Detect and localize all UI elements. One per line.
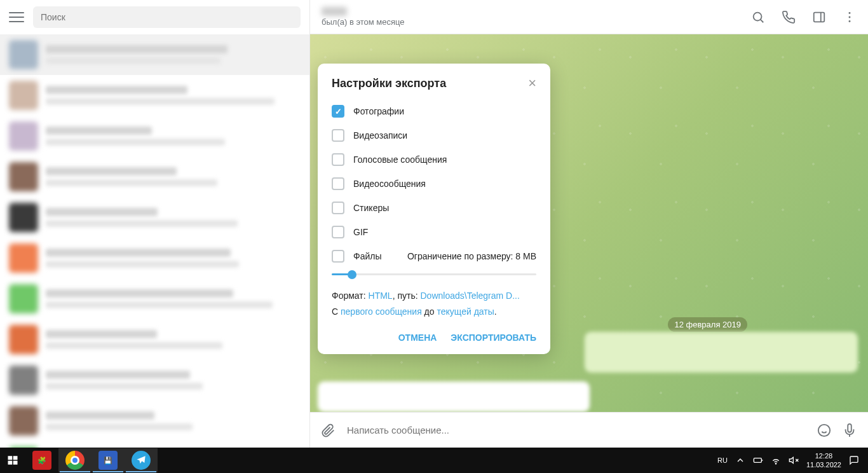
tray-volume-icon[interactable] xyxy=(789,455,799,465)
main-panel: был(а) в этом месяце 12 февраля 2019 Нас… xyxy=(310,0,868,448)
call-icon[interactable] xyxy=(782,10,796,24)
taskbar: 🧩 💾 RU 12:28 11.03.2022 xyxy=(0,448,868,473)
taskbar-app-chrome[interactable] xyxy=(58,448,92,472)
chat-item[interactable] xyxy=(0,441,309,448)
avatar xyxy=(9,284,38,313)
avatar xyxy=(9,447,38,448)
chat-item[interactable] xyxy=(0,319,309,360)
checkbox-row[interactable]: ФайлыОграничение по размеру: 8 MB xyxy=(318,244,550,268)
checkbox-row[interactable]: Стикеры xyxy=(318,196,550,220)
svg-rect-13 xyxy=(8,461,13,465)
checkbox-label: Фотографии xyxy=(353,106,404,116)
message-incoming xyxy=(318,381,590,412)
svg-point-0 xyxy=(754,12,762,20)
start-button[interactable] xyxy=(0,448,25,473)
tray-wifi-icon[interactable] xyxy=(771,455,781,465)
checkbox-row[interactable]: Видеозаписи xyxy=(318,123,550,147)
svg-marker-18 xyxy=(789,457,793,463)
attach-icon[interactable] xyxy=(322,423,336,437)
avatar xyxy=(9,366,38,395)
cancel-button[interactable]: ОТМЕНА xyxy=(398,332,437,343)
search-input[interactable] xyxy=(33,6,301,28)
size-limit-label: Ограничение по размеру: 8 MB xyxy=(407,251,536,261)
tray-chevron-icon[interactable] xyxy=(735,455,745,465)
checkbox-row[interactable]: Голосовые сообщения xyxy=(318,147,550,172)
tray-clock[interactable]: 12:28 11.03.2022 xyxy=(806,451,841,470)
tray-notifications-icon[interactable] xyxy=(849,455,859,465)
svg-rect-15 xyxy=(754,458,761,463)
taskbar-app-1[interactable]: 🧩 xyxy=(25,448,58,472)
checkbox[interactable] xyxy=(332,129,344,142)
tray-language[interactable]: RU xyxy=(717,456,728,464)
export-info: Формат: HTML, путь: Downloads\Telegram D… xyxy=(318,284,550,324)
avatar xyxy=(9,203,38,232)
chat-item[interactable] xyxy=(0,197,309,238)
checkbox-label: Видеосообщения xyxy=(353,179,426,189)
chat-item[interactable] xyxy=(0,360,309,401)
emoji-icon[interactable] xyxy=(817,423,831,437)
svg-point-6 xyxy=(849,20,851,22)
export-button[interactable]: ЭКСПОРТИРОВАТЬ xyxy=(451,332,536,343)
checkbox[interactable] xyxy=(332,202,344,214)
checkbox[interactable] xyxy=(332,153,344,166)
checkbox-label: Голосовые сообщения xyxy=(353,154,447,165)
avatar xyxy=(9,162,38,191)
checkbox[interactable] xyxy=(332,177,344,190)
checkbox-row[interactable]: GIF xyxy=(318,220,550,244)
chat-item[interactable] xyxy=(0,278,309,319)
message-outgoing xyxy=(585,332,858,373)
avatar xyxy=(9,325,38,354)
svg-rect-14 xyxy=(13,461,18,465)
checkbox-label: Файлы xyxy=(353,251,381,261)
checkbox-label: Видеозаписи xyxy=(353,130,407,141)
to-date-link[interactable]: текущей даты xyxy=(437,306,494,317)
taskbar-app-telegram[interactable] xyxy=(125,448,158,472)
menu-icon[interactable] xyxy=(9,10,24,25)
size-slider[interactable] xyxy=(332,273,536,275)
svg-line-1 xyxy=(761,19,764,22)
message-input[interactable] xyxy=(347,425,806,435)
svg-rect-11 xyxy=(8,456,13,460)
chat-item[interactable] xyxy=(0,156,309,197)
svg-point-5 xyxy=(849,16,851,18)
avatar xyxy=(9,243,38,273)
svg-point-17 xyxy=(775,463,776,464)
svg-rect-2 xyxy=(814,12,825,22)
chat-item[interactable] xyxy=(0,238,309,278)
slider-thumb[interactable] xyxy=(348,270,356,279)
svg-point-7 xyxy=(818,424,830,435)
chat-header: был(а) в этом месяце xyxy=(310,0,868,34)
checkbox[interactable] xyxy=(332,105,344,118)
chat-item[interactable] xyxy=(0,116,309,156)
chat-area: 12 февраля 2019 Настройки экспорта × Фот… xyxy=(310,34,868,412)
chat-item[interactable] xyxy=(0,401,309,441)
svg-rect-12 xyxy=(13,456,18,460)
export-settings-dialog: Настройки экспорта × ФотографииВидеозапи… xyxy=(318,64,550,354)
checkbox-row[interactable]: Видеосообщения xyxy=(318,172,550,196)
dialog-title: Настройки экспорта xyxy=(332,77,446,90)
avatar xyxy=(9,81,38,110)
checkbox-label: Стикеры xyxy=(353,203,389,213)
checkbox-label: GIF xyxy=(353,227,368,237)
chat-name xyxy=(322,7,347,16)
more-icon[interactable] xyxy=(843,10,857,24)
date-badge: 12 февраля 2019 xyxy=(668,317,747,332)
tray-battery-icon[interactable] xyxy=(753,455,763,465)
sidepanel-icon[interactable] xyxy=(812,10,826,24)
checkbox-row[interactable]: Фотографии xyxy=(318,99,550,123)
chat-status: был(а) в этом месяце xyxy=(322,17,745,27)
chat-list xyxy=(0,34,309,448)
checkbox[interactable] xyxy=(332,250,344,263)
chat-item[interactable] xyxy=(0,75,309,116)
chat-item[interactable] xyxy=(0,34,309,75)
format-link[interactable]: HTML xyxy=(369,291,393,301)
avatar xyxy=(9,406,38,435)
checkbox[interactable] xyxy=(332,226,344,238)
compose-bar xyxy=(310,412,868,448)
mic-icon[interactable] xyxy=(843,423,857,437)
search-icon[interactable] xyxy=(751,10,765,24)
taskbar-app-save[interactable]: 💾 xyxy=(92,448,125,472)
close-icon[interactable]: × xyxy=(528,76,536,90)
from-date-link[interactable]: первого сообщения xyxy=(341,306,422,317)
path-link[interactable]: Downloads\Telegram D... xyxy=(421,291,520,301)
